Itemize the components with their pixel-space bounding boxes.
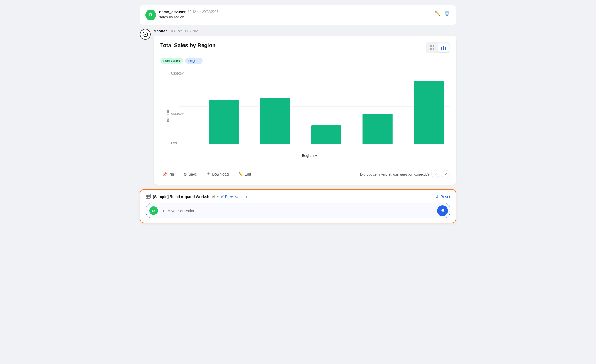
chart-footer: 📌 Pin ⊕ Save xyxy=(160,166,450,178)
preview-icon: ↺ xyxy=(221,195,224,199)
spotter-content: Spotter 10:42 am 20/02/2025 Total Sales … xyxy=(154,29,456,185)
feedback-question: Did Spotter interpret your question corr… xyxy=(360,172,429,176)
x-axis-title: Region ▼ xyxy=(302,154,318,158)
spotter-name: Spotter xyxy=(154,29,167,33)
bar-chart: Total Sales US$200M US$100M US$0 ▶ xyxy=(160,69,450,160)
user-timestamp: 10:42 am 20/02/2025 xyxy=(188,10,218,14)
x-axis-chevron: ▼ xyxy=(315,154,318,157)
spotter-avatar xyxy=(140,29,151,40)
feedback-section: Did Spotter interpret your question corr… xyxy=(360,170,450,178)
svg-point-1 xyxy=(145,34,146,35)
question-input-row: D xyxy=(146,203,450,218)
bar-south xyxy=(311,125,341,144)
preview-data-link[interactable]: ↺ Preview data xyxy=(221,195,247,199)
feedback-no-button[interactable]: ✕ xyxy=(442,170,450,178)
chart-card: Total Sales by Region xyxy=(154,36,456,185)
edit-icon: ✏️ xyxy=(238,172,243,176)
bar-chart-svg: East Midwest South Southwest West xyxy=(179,69,450,144)
save-button[interactable]: ⊕ Save xyxy=(181,171,199,178)
bar-southwest xyxy=(363,114,393,144)
save-icon: ⊕ xyxy=(184,172,187,176)
user-message: D demo_devuser 10:42 am 20/02/2025 sales… xyxy=(140,5,456,25)
spotter-timestamp: 10:42 am 20/02/2025 xyxy=(169,29,199,33)
svg-rect-8 xyxy=(445,47,446,50)
edit-button[interactable]: ✏️ Edit xyxy=(236,171,253,178)
svg-rect-6 xyxy=(441,47,442,50)
edit-message-button[interactable]: ✏️ xyxy=(434,10,441,17)
feedback-yes-button[interactable]: ✓ xyxy=(431,170,439,178)
tag-sum-sales: sum Sales xyxy=(160,58,183,64)
message-content: demo_devuser 10:42 am 20/02/2025 sales b… xyxy=(159,10,451,19)
chart-title: Total Sales by Region xyxy=(160,42,215,49)
svg-rect-7 xyxy=(443,46,444,50)
send-button[interactable] xyxy=(437,205,448,216)
bar-west xyxy=(414,81,444,144)
bar-midwest xyxy=(260,98,290,144)
spotter-message: Spotter 10:42 am 20/02/2025 Total Sales … xyxy=(140,29,456,185)
download-icon xyxy=(207,172,210,177)
datasource-row: [Sample] Retail Apparel Worksheet ▾ ↺ Pr… xyxy=(146,194,450,200)
user-avatar: D xyxy=(145,10,156,20)
y-axis-arrow: ▶ xyxy=(175,112,177,116)
svg-rect-4 xyxy=(430,48,432,50)
chart-actions: 📌 Pin ⊕ Save xyxy=(160,171,253,178)
table-view-toggle[interactable] xyxy=(427,43,437,52)
input-area: [Sample] Retail Apparel Worksheet ▾ ↺ Pr… xyxy=(140,189,456,223)
svg-rect-2 xyxy=(430,45,432,47)
pin-button[interactable]: 📌 Pin xyxy=(160,171,176,178)
datasource-left: [Sample] Retail Apparel Worksheet ▾ ↺ Pr… xyxy=(146,194,247,200)
input-user-avatar: D xyxy=(149,206,158,215)
svg-rect-5 xyxy=(433,48,434,50)
download-button[interactable]: Download xyxy=(204,171,231,178)
chart-tags: sum Sales Region xyxy=(160,58,450,64)
spotter-header: Spotter 10:42 am 20/02/2025 xyxy=(154,29,456,33)
tag-region: Region xyxy=(185,58,203,64)
y-axis-label: Total Sales xyxy=(166,107,170,123)
bar-east xyxy=(209,100,239,144)
user-message-text: sales by region xyxy=(159,15,451,19)
datasource-name: [Sample] Retail Apparel Worksheet xyxy=(153,195,215,199)
delete-message-button[interactable]: 🗑️ xyxy=(443,10,451,17)
message-actions: ✏️ 🗑️ xyxy=(434,10,451,17)
chart-title-row: Total Sales by Region xyxy=(160,42,450,53)
datasource-table-icon xyxy=(146,194,151,200)
chart-view-toggle[interactable] xyxy=(438,43,449,52)
message-header: demo_devuser 10:42 am 20/02/2025 xyxy=(159,10,451,14)
svg-rect-13 xyxy=(146,194,150,198)
reset-icon: ↺ xyxy=(435,195,439,199)
pin-icon: 📌 xyxy=(162,172,167,176)
chat-container: D demo_devuser 10:42 am 20/02/2025 sales… xyxy=(140,5,456,223)
reset-button[interactable]: ↺ Reset xyxy=(435,195,450,199)
y-tick-0: US$0 xyxy=(171,142,178,145)
datasource-dropdown-icon[interactable]: ▾ xyxy=(217,195,219,199)
username: demo_devuser xyxy=(159,10,186,14)
chart-view-toggles xyxy=(426,42,450,53)
question-input[interactable] xyxy=(161,209,434,213)
svg-rect-3 xyxy=(433,45,434,47)
